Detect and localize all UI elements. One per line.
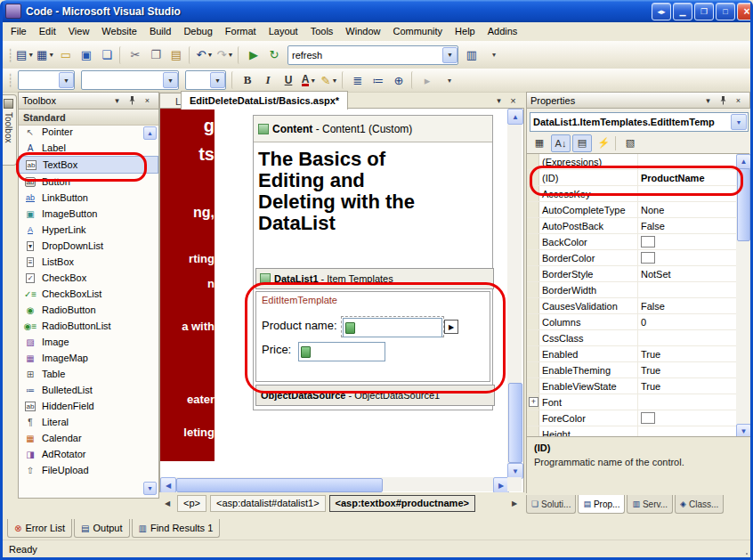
property-value[interactable] [638,410,736,426]
titlebar-button[interactable]: ▁ [673,3,692,20]
properties-object-selector[interactable]: DataList1.ItemTemplates.EditItemTemp ▼ [530,112,749,132]
close-icon[interactable]: × [731,93,746,108]
toolbox-scroll-up-icon[interactable]: ▲ [143,126,157,140]
toolbox-item[interactable]: A HyperLink [19,222,158,238]
menu-item[interactable]: File [4,22,33,41]
hscroll-thumb[interactable] [176,478,383,492]
property-row[interactable]: AccessKey [527,186,736,202]
title-bar[interactable]: Code - Microsoft Visual Studio ◂▸ ▁ ❐ □ [0,0,753,22]
toolbox-item[interactable]: ≔ BulletedList [19,382,158,398]
toolbar-button[interactable]: refresh ▼ [287,45,458,65]
toolbox-header[interactable]: Toolbox ▾ × [19,93,158,110]
menu-item[interactable]: View [62,22,96,41]
scroll-up-icon[interactable]: ▲ [736,154,751,169]
property-row[interactable]: Columns 0 [527,314,736,330]
bottom-panel-tab[interactable]: ▤ Output [74,519,129,538]
properties-toolbar-button[interactable]: ▤ [572,134,592,152]
toolbar-button[interactable]: ✂ ▼ [126,45,145,65]
toolbox-item[interactable]: ≡ ListBox [19,254,158,270]
pin-icon[interactable] [716,93,731,108]
toolbox-item[interactable]: ⊞ Table [19,366,158,382]
document-close-icon[interactable]: × [506,94,520,107]
toolbar-button[interactable]: ↻ ▼ [264,45,284,65]
titlebar-button[interactable]: ◂▸ [652,3,671,20]
toolbar-button[interactable]: ❏ ▼ [97,45,117,65]
toolbar-button[interactable]: ↷ ▼ [215,45,235,65]
titlebar-button[interactable]: ❐ [694,3,714,20]
toolbox-item[interactable]: ab LinkButton [19,190,158,206]
property-value[interactable] [638,154,736,169]
property-row[interactable]: Font [527,394,736,410]
toolbox-item[interactable]: ¶ Literal [19,414,158,430]
content-region-header[interactable]: Content - Content1 (Custom) [254,116,492,142]
tag-nav-right-icon[interactable]: ▶ [508,496,521,510]
properties-toolbar-button[interactable]: ⚡ [594,134,613,152]
pin-icon[interactable] [125,93,140,108]
scroll-left-icon[interactable]: ◀ [160,477,176,493]
toolbar-button[interactable]: ▣ ▼ [77,45,96,65]
toolbox-item[interactable]: ▾ DropDownList [19,238,158,254]
toolbar-button[interactable]: ▼ [185,70,226,90]
property-row[interactable]: BorderWidth [527,282,736,298]
property-grid-scrollbar[interactable]: ▲ ▼ [736,153,749,437]
toolbox-item[interactable]: ab TextBox [19,156,158,174]
property-value[interactable] [638,394,736,410]
property-value[interactable]: None [638,202,736,217]
datalist-header[interactable]: DataList1 - Item Templates [255,268,494,289]
property-row[interactable]: CssClass [527,330,736,346]
menu-item[interactable]: Tools [304,22,340,41]
bottom-panel-tab[interactable]: ▥ Find Results 1 [132,519,221,538]
tag-breadcrumb[interactable]: <p> [177,495,206,512]
toolbar-button[interactable]: ▥ ▼ [462,45,482,65]
smart-tag-icon[interactable]: ▶ [444,320,458,334]
product-name-textbox[interactable] [343,318,442,337]
property-value[interactable] [638,282,736,297]
property-row[interactable]: Enabled True [527,346,736,362]
toolbox-item[interactable]: ↖ Pointer [19,124,158,140]
toolbox-item[interactable]: ab Button [19,174,158,190]
property-value[interactable]: 0 [638,314,736,329]
property-row[interactable]: (ID) ProductName [527,170,736,186]
property-value[interactable] [638,234,736,249]
property-value[interactable] [638,186,736,201]
property-value[interactable]: NotSet [638,266,736,281]
tab-list-dropdown-icon[interactable]: ▾ [492,94,506,107]
resize-grip[interactable] [744,546,753,556]
window-menu-icon[interactable]: ▾ [109,93,125,108]
property-row[interactable]: EnableViewState True [527,378,736,394]
toolbox-item[interactable]: ✓≡ CheckBoxList [19,286,158,302]
tag-nav-left-icon[interactable]: ◀ [161,496,174,510]
toolbox-item[interactable]: ✓ CheckBox [19,270,158,286]
toolbar-button[interactable]: ✎ ▼ [320,70,339,90]
menu-item[interactable]: Help [449,22,482,41]
bottom-panel-tab[interactable]: ⊗ Error List [7,519,72,538]
toolbar-button[interactable]: ❐ ▼ [146,45,166,65]
menu-item[interactable]: Build [143,22,177,41]
property-row[interactable]: AutoCompleteType None [527,202,736,218]
titlebar-button[interactable]: □ [716,3,735,20]
toolbox-item[interactable]: ◨ AdRotator [19,446,158,462]
close-icon[interactable]: × [140,93,155,108]
toolbox-scroll-down-icon[interactable]: ▼ [143,482,157,495]
toolbar-button[interactable]: ▶ ▼ [244,45,263,65]
content-region[interactable]: Content - Content1 (Custom) The Basics o… [253,115,493,410]
document-tab-active[interactable]: EditDeleteDataList/Basics.aspx* [181,91,348,110]
tool-window-tab[interactable]: ▤ Prop... [578,495,625,514]
property-row[interactable]: BorderColor [527,250,736,266]
objectdatasource-control[interactable]: ObjectDataSource - ObjectDataSource1 [255,385,495,406]
toolbar-button[interactable]: ▸ ▼ [417,70,437,90]
property-value[interactable] [638,250,736,265]
vscroll-thumb[interactable] [508,383,522,463]
edit-item-template-region[interactable]: EditItemTemplate Product name: ▶ Price: [255,291,490,382]
toolbox-item[interactable]: A Label [19,140,158,156]
toolbox-item[interactable]: ⇧ FileUpload [19,462,158,478]
toolbar-button[interactable]: ▼ [81,70,179,90]
toolbox-item[interactable]: ▦ ImageMap [19,350,158,366]
titlebar-button[interactable]: × [737,3,753,20]
toolbar-button[interactable]: ▾ ▼ [484,45,504,65]
property-row[interactable]: BackColor [527,234,736,250]
properties-toolbar-button[interactable]: ▧ [620,134,640,152]
toolbox-item[interactable]: ab HiddenField [19,398,158,414]
price-textbox[interactable] [298,342,385,361]
toolbar-button[interactable]: ↶ ▼ [195,45,215,65]
